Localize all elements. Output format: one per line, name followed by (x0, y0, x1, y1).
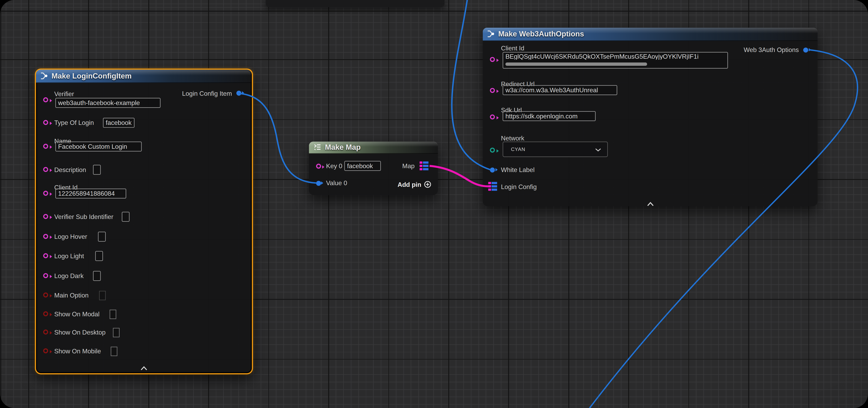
pin-logo-light[interactable] (43, 253, 48, 258)
output-pin-map[interactable] (420, 162, 429, 171)
make-struct-icon (40, 72, 48, 79)
output-pin-label: Web 3Auth Options (744, 46, 799, 54)
add-pin-plus-icon[interactable] (424, 181, 431, 188)
pin-label: Show On Mobile (54, 347, 101, 354)
pin-label: Description (54, 166, 86, 173)
pin-label: White Label (501, 166, 535, 174)
logo-light-input[interactable] (95, 251, 103, 261)
pin-show-on-desktop[interactable] (43, 330, 48, 335)
sdk-url-input[interactable]: https://sdk.openlogin.com (503, 111, 596, 121)
pin-redirect-url[interactable] (490, 88, 495, 93)
make-map-icon (313, 144, 321, 151)
show-on-desktop-checkbox[interactable] (113, 328, 120, 337)
node-title: Make LoginConfigItem (52, 72, 131, 80)
pin-label: Logo Light (54, 252, 84, 260)
pin-label: Network (501, 134, 524, 142)
key-0-input[interactable]: facebook (344, 161, 381, 171)
offscreen-node-edge[interactable] (266, 0, 444, 7)
pin-label: Logo Hover (54, 233, 87, 240)
node-make-loginconfigitem[interactable]: Make LoginConfigItem Login Config Item V… (35, 68, 253, 374)
chevron-down-icon (595, 148, 601, 151)
description-input[interactable] (93, 165, 101, 174)
pin-type-of-login[interactable] (43, 120, 48, 125)
network-selected-value: CYAN (511, 146, 525, 152)
blueprint-viewport[interactable]: Make LoginConfigItem Login Config Item V… (0, 0, 868, 408)
verifier-sub-identifier-input[interactable] (122, 211, 129, 222)
pin-label: Type Of Login (54, 118, 94, 126)
logo-hover-input[interactable] (98, 231, 106, 241)
pin-verifier[interactable] (43, 97, 48, 102)
pin-label: Logo Dark (54, 272, 84, 279)
show-on-mobile-checkbox[interactable] (111, 346, 117, 356)
main-option-checkbox[interactable] (99, 291, 106, 300)
pin-label: Show On Desktop (54, 328, 105, 336)
pin-white-label[interactable] (490, 167, 495, 172)
pin-show-on-modal[interactable] (43, 311, 48, 316)
pin-client-id[interactable] (490, 57, 495, 62)
pin-logo-dark[interactable] (43, 273, 48, 278)
verifier-input[interactable]: web3auth-facebook-example (55, 98, 160, 107)
pin-label: Verifier Sub Identifier (54, 212, 114, 220)
output-pin-login-config-item[interactable] (237, 91, 242, 96)
pin-login-config[interactable] (488, 182, 497, 191)
node-title: Make Map (325, 143, 361, 151)
pin-network[interactable] (490, 147, 495, 152)
pin-label: Value 0 (326, 179, 347, 187)
input-scrollbar[interactable] (505, 63, 647, 66)
node-header[interactable]: Make Map (309, 141, 438, 154)
add-pin-button[interactable]: Add pin (398, 181, 421, 189)
pin-value-0[interactable] (316, 180, 321, 185)
network-dropdown[interactable]: CYAN (503, 141, 608, 157)
collapse-chevron-icon[interactable] (647, 199, 654, 203)
pin-label: Login Config (501, 183, 537, 191)
pin-label: Client Id (501, 44, 524, 52)
pin-label: Show On Modal (54, 310, 100, 317)
pin-show-on-mobile[interactable] (43, 348, 48, 353)
redirect-url-input[interactable]: w3a://com.w3a.Web3AuthUnreal (503, 85, 617, 95)
type-of-login-input[interactable]: facebook (103, 117, 134, 128)
output-pin-label: Login Config Item (182, 89, 232, 97)
pin-label: Map (402, 162, 414, 170)
client-id-input[interactable]: BEglQSgt4cUWcj6SKRdu5QkOXTsePmMcusG5EAoy… (503, 52, 728, 69)
output-pin-web3auth-options[interactable] (803, 47, 808, 53)
make-struct-icon (487, 30, 495, 38)
pin-label: Main Option (54, 291, 89, 299)
pin-label: Key 0 (326, 162, 342, 170)
node-title: Make Web3AuthOptions (498, 30, 584, 38)
graph-canvas[interactable]: Make LoginConfigItem Login Config Item V… (0, 0, 868, 408)
show-on-modal-checkbox[interactable] (110, 309, 116, 319)
name-input[interactable]: Facebook Custom Login (55, 141, 142, 151)
pin-client-id[interactable] (43, 191, 48, 196)
pin-key-0[interactable] (316, 163, 321, 168)
pin-label: Verifier (54, 90, 74, 98)
pin-description[interactable] (43, 167, 48, 172)
client-id-input[interactable]: 1222658941886084 (55, 188, 126, 198)
collapse-chevron-icon[interactable] (140, 363, 148, 367)
pin-main-option[interactable] (43, 293, 48, 298)
pin-verifier-sub-identifier[interactable] (43, 214, 48, 219)
wire-map-to-loginconfig[interactable] (430, 166, 488, 186)
node-make-map[interactable]: Make Map Key 0 facebook Map Value 0 Add … (309, 141, 438, 195)
logo-dark-input[interactable] (93, 271, 101, 280)
pin-sdk-url[interactable] (490, 114, 495, 119)
pin-logo-hover[interactable] (43, 234, 48, 239)
node-header[interactable]: Make LoginConfigItem (36, 69, 252, 83)
node-make-web3authoptions[interactable]: Make Web3AuthOptions Web 3Auth Options C… (483, 28, 817, 206)
node-header[interactable]: Make Web3AuthOptions (483, 28, 817, 41)
pin-name[interactable] (43, 144, 48, 149)
